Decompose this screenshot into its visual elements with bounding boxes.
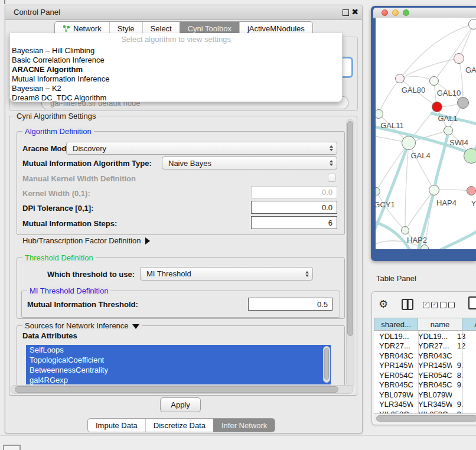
network-node-label-gcy1: GCY1 [376, 200, 395, 209]
tab-infer-network[interactable]: Infer Network [213, 419, 275, 432]
table-row-ydr27[interactable]: YDR27...YDR27...12 [374, 341, 476, 351]
settings-horizontal-scrollbar[interactable] [11, 385, 353, 394]
table-row-yer054c[interactable]: YER054CYER054C8. [374, 370, 476, 380]
table-cell: YBR043C [374, 351, 413, 360]
table-row-ydl19[interactable]: YDL19...YDL19...13 [374, 331, 476, 341]
algorithm-item-dream8-dc-tdc-algorithm[interactable]: Dream8 DC_TDC Algorithm [10, 93, 342, 103]
table-cell: 13 [452, 332, 476, 341]
network-edge[interactable] [409, 143, 434, 190]
attributes-scrollbar-thumb[interactable] [324, 348, 329, 380]
column-layout-icon[interactable] [402, 299, 413, 310]
tab-discretize-data[interactable]: Discretize Data [145, 419, 213, 432]
settings-vertical-scrollbar-thumb[interactable] [347, 121, 353, 336]
table-row-yil053c[interactable]: YIL053CYIL053C9. [374, 409, 476, 413]
network-edge-highlighted[interactable] [376, 143, 409, 235]
screen: Control Panel ✖ NetworkStyleSelectCyni T… [0, 0, 476, 450]
network-node-gal[interactable] [454, 53, 464, 64]
table-row-ybr045c[interactable]: YBR045CYBR045C9. [374, 380, 476, 390]
control-panel-title: Control Panel [14, 8, 60, 17]
network-node[interactable] [468, 19, 476, 30]
table-horizontal-scrollbar-thumb[interactable] [376, 415, 476, 422]
close-traffic-light[interactable] [382, 9, 388, 16]
close-icon[interactable]: ✖ [351, 7, 358, 17]
zoom-traffic-light[interactable] [403, 9, 409, 16]
network-edge-highlighted[interactable] [434, 130, 449, 190]
algorithm-item-basic-correlation-inference[interactable]: Basic Correlation Inference [10, 56, 342, 65]
network-node-hap2[interactable] [401, 226, 409, 234]
new-table-icon[interactable] [468, 296, 476, 309]
network-node[interactable] [457, 97, 469, 109]
table-row-ylr345w[interactable]: YLR345WYLR345W9. [374, 400, 476, 410]
deselect-all-columns-icon[interactable] [440, 302, 455, 308]
expand-right-icon[interactable] [145, 237, 150, 244]
manual-kernel-checkbox[interactable] [328, 174, 336, 182]
network-node-hap4[interactable] [429, 185, 439, 195]
network-node-label-hap2: HAP2 [407, 236, 427, 244]
dpi-tolerance-value: 0.0 [322, 203, 332, 212]
settings-vertical-scrollbar[interactable] [346, 119, 354, 387]
table-cell: YBR045C [374, 380, 413, 389]
table-horizontal-scrollbar[interactable] [374, 413, 476, 422]
data-attributes-list[interactable]: SelfLoopsTopologicalCoefficientBetweenne… [26, 345, 331, 384]
network-node-gal4[interactable] [402, 136, 416, 150]
network-edge[interactable] [405, 143, 409, 230]
network-node-label-gal80: GAL80 [402, 86, 425, 94]
settings-horizontal-scrollbar-thumb[interactable] [15, 386, 338, 393]
network-window-titlebar [373, 8, 476, 18]
mi-threshold-field[interactable]: 0.5 [248, 298, 332, 311]
dpi-tolerance-field[interactable]: 0.0 [251, 201, 337, 214]
network-node-gal10[interactable] [429, 76, 439, 86]
attribute-item-selfloops[interactable]: SelfLoops [26, 345, 331, 355]
algorithm-item-aracne-algorithm[interactable]: ARACNE Algorithm [10, 65, 342, 74]
attribute-item-gal4rgexp[interactable]: gal4RGexp [26, 375, 331, 384]
network-node-y[interactable] [467, 186, 476, 195]
hub-definition-label: Hub/Transcription Factor Definition [22, 236, 141, 245]
kernel-width-label: Kernel Width (0,1): [22, 189, 90, 198]
algorithm-item-mutual-information-inference[interactable]: Mutual Information Inference [10, 74, 342, 84]
network-canvas[interactable]: GALGAL80GAL10GAL1GAL11SWI4GAL4GCY1HAP4YH… [376, 18, 476, 249]
column-header-a[interactable]: A [462, 318, 476, 331]
which-threshold-combo[interactable]: MI Threshold [140, 267, 313, 281]
gear-icon[interactable]: ⚙ [379, 298, 388, 311]
kernel-width-field[interactable]: 0.0 [251, 186, 337, 198]
mi-steps-label: Mutual Information Steps: [22, 219, 117, 228]
network-node-swi4[interactable] [444, 126, 453, 135]
network-edge[interactable] [379, 79, 400, 114]
column-header-name[interactable]: name [418, 318, 462, 331]
attributes-scrollbar[interactable] [323, 346, 330, 383]
mi-steps-field[interactable]: 6 [251, 216, 337, 229]
algorithm-item-bayesian-k2[interactable]: Bayesian – K2 [10, 84, 342, 93]
hub-definition-row[interactable]: Hub/Transcription Factor Definition [22, 236, 150, 245]
aracne-mode-combo[interactable]: Discovery [66, 142, 337, 155]
attribute-item-betweennesscentrality[interactable]: BetweennessCentrality [26, 365, 331, 375]
network-edge[interactable] [434, 190, 471, 191]
select-all-columns-icon[interactable]: ✓✓ [423, 302, 438, 308]
table-row-ybr043c[interactable]: YBR043CYBR043C [374, 351, 476, 361]
minimize-traffic-light[interactable] [392, 9, 399, 16]
apply-button[interactable]: Apply [160, 397, 201, 412]
network-node[interactable] [464, 148, 476, 164]
table-row-ybl079w[interactable]: YBL079WYBL079W [374, 390, 476, 400]
network-node-gal80[interactable] [395, 74, 405, 83]
grid-line [418, 331, 419, 413]
attribute-item-topologicalcoefficient[interactable]: TopologicalCoefficient [26, 355, 331, 365]
tab-impute-data[interactable]: Impute Data [88, 419, 145, 432]
network-node-gal1[interactable] [432, 102, 442, 112]
column-header-shared[interactable]: shared... [374, 318, 418, 331]
combo-stepper-icon [330, 145, 333, 151]
table-cell: YDL19... [374, 332, 413, 341]
collapse-down-icon[interactable] [132, 324, 139, 329]
mi-type-combo[interactable]: Naive Bayes [162, 156, 337, 169]
algorithm-item-bayesian-hill-climbing[interactable]: Bayesian – Hill Climbing [10, 46, 342, 56]
threshold-definition-title: Threshold Definition [22, 253, 96, 262]
network-node[interactable] [420, 244, 429, 249]
network-edge[interactable] [400, 58, 459, 79]
algorithm-dropdown: Select algorithm to view settings Bayesi… [9, 33, 343, 102]
minimized-panel-fragment[interactable] [3, 445, 21, 450]
mi-threshold-label: Mutual Information Threshold: [27, 300, 138, 309]
network-edge[interactable] [400, 24, 474, 79]
table-row-ypr145w[interactable]: YPR145WYPR145W9. [374, 361, 476, 371]
which-threshold-value: MI Threshold [146, 269, 191, 278]
network-edges [376, 18, 476, 249]
float-panel-icon[interactable] [343, 9, 349, 16]
